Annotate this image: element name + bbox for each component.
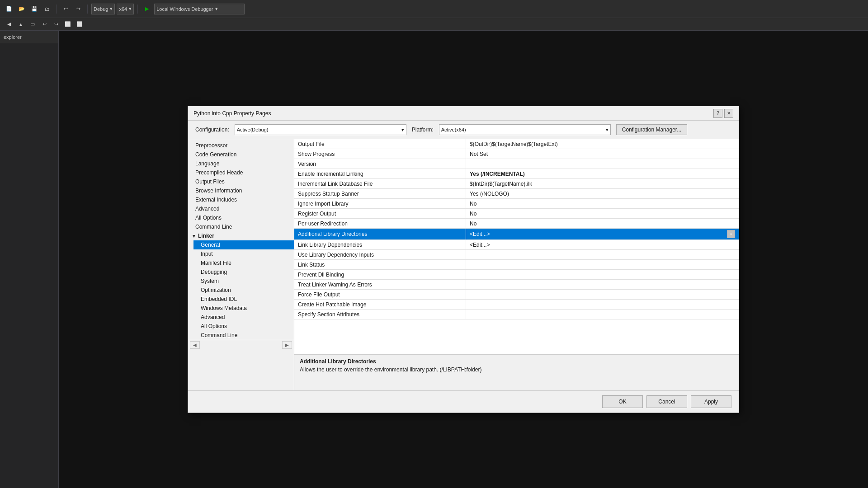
toolbar-undo-btn[interactable]: ↩ [60,4,71,14]
tree-item-language[interactable]: Language [188,159,294,168]
prop-value-force-file [466,290,739,299]
prop-row-ignore-import: Ignore Import Library No [294,199,739,209]
debug-config-dropdown[interactable]: Debug ▾ [91,4,115,14]
tree-item-general[interactable]: General [193,240,294,249]
prop-edit-text: <Edit...> [470,231,490,237]
toolbar2-btn6[interactable]: ⬜ [62,19,73,30]
toolbar-sep3 [137,5,138,14]
prop-name-use-lib-deps: Use Library Dependency Inputs [294,250,466,259]
toolbar2-btn3[interactable]: ▭ [27,19,38,30]
tree-item-advanced-linker[interactable]: Advanced [193,313,294,322]
prop-value-incremental: Yes (/INCREMENTAL) [466,169,739,178]
tree-item-optimization[interactable]: Optimization [193,286,294,295]
tree-item-output-files[interactable]: Output Files [188,177,294,186]
debugger-label: Local Windows Debugger [156,6,213,12]
prop-row-additional-lib-dirs[interactable]: Additional Library Directories <Edit...>… [294,229,739,240]
tree-scroll-arrows: ◀ ▶ [188,340,294,350]
toolbar-save-all-btn[interactable]: 🗂 [42,4,52,14]
tree-item-preprocessor[interactable]: Preprocessor [188,141,294,150]
prop-row-version: Version [294,159,739,169]
toolbar-save-btn[interactable]: 💾 [29,4,40,14]
prop-row-force-file: Force File Output [294,290,739,300]
toolbar-open-btn[interactable]: 📂 [16,4,27,14]
toolbar2-btn2[interactable]: ▲ [15,19,26,30]
platform-label: Platform: [412,127,434,133]
tree-item-command-line-linker[interactable]: Command Line [193,331,294,340]
prop-name-version: Version [294,159,466,169]
prop-name-linker-warnings: Treat Linker Warning As Errors [294,280,466,289]
tree-scroll-left[interactable]: ◀ [190,341,200,349]
prop-row-ilk-file: Incremental Link Database File $(IntDir)… [294,179,739,189]
tree-item-command-line-top[interactable]: Command Line [188,222,294,231]
prop-value-output-file: $(OutDir)$(TargetName)$(TargetExt) [466,139,739,149]
explorer-label: explorer [0,31,58,43]
prop-value-link-status [466,260,739,269]
config-arrow: ▾ [401,127,404,133]
prop-row-hot-patch: Create Hot Patchable Image [294,300,739,310]
tree-item-external-includes[interactable]: External Includes [188,195,294,204]
prop-row-link-lib-deps: Link Library Dependencies <Edit...> [294,240,739,250]
tree-item-precompiled[interactable]: Precompiled Heade [188,168,294,177]
prop-name-ilk-file: Incremental Link Database File [294,179,466,188]
ide-toolbar: 📄 📂 💾 🗂 ↩ ↪ Debug ▾ x64 ▾ ▶ Local Window… [0,0,868,18]
apply-button[interactable]: Apply [691,395,731,408]
prop-value-additional-lib-dirs: <Edit...> ▾ [466,229,739,239]
prop-value-link-lib-deps: <Edit...> [466,240,739,249]
platform-dropdown[interactable]: Active(x64) ▾ [439,124,611,135]
description-title: Additional Library Directories [300,358,733,365]
toolbar2-btn4[interactable]: ↩ [39,19,50,30]
dialog-overlay: Python into Cpp Property Pages ? ✕ Confi… [59,31,868,488]
toolbar-new-btn[interactable]: 📄 [4,4,14,14]
prop-row-show-progress: Show Progress Not Set [294,149,739,159]
ide-toolbar2: ◀ ▲ ▭ ↩ ↪ ⬜ ⬜ [0,18,868,31]
tree-item-manifest-file[interactable]: Manifest File [193,258,294,267]
tree-item-browse-info[interactable]: Browse Information [188,186,294,195]
help-button[interactable]: ? [713,109,722,118]
prop-name-link-status: Link Status [294,260,466,269]
debugger-dropdown[interactable]: Local Windows Debugger ▾ [154,4,245,14]
tree-item-system[interactable]: System [193,277,294,286]
linker-expand-icon: ▼ [192,234,196,239]
tree-item-all-options-linker[interactable]: All Options [193,322,294,331]
prop-name-link-lib-deps: Link Library Dependencies [294,240,466,249]
config-label: Configuration: [195,127,229,133]
close-button[interactable]: ✕ [724,109,733,118]
run-btn[interactable]: ▶ [142,4,152,14]
prop-value-version [466,159,739,169]
prop-value-register-output: No [466,209,739,218]
toolbar2-btn7[interactable]: ⬜ [74,19,85,30]
linker-label: Linker [198,233,214,239]
tree-item-all-options-top[interactable]: All Options [188,213,294,222]
config-manager-button[interactable]: Configuration Manager... [616,124,687,135]
tree-scroll-right[interactable]: ▶ [282,341,292,349]
prop-row-output-file: Output File $(OutDir)$(TargetName)$(Targ… [294,139,739,149]
debug-config-label: Debug [94,6,108,12]
tree-item-embedded-idl[interactable]: Embedded IDL [193,295,294,304]
tree-item-windows-metadata[interactable]: Windows Metadata [193,304,294,313]
description-area: Additional Library Directories Allows th… [294,354,739,390]
prop-row-link-status: Link Status [294,260,739,270]
toolbar2-btn1[interactable]: ◀ [4,19,14,30]
tree-item-advanced-top[interactable]: Advanced [188,204,294,213]
platform-dropdown[interactable]: x64 ▾ [117,4,134,14]
prop-value-ilk-file: $(IntDir)$(TargetName).ilk [466,179,739,188]
linker-children: General Input Manifest File Debugging Sy… [188,240,294,340]
dialog-footer: OK Cancel Apply [188,390,739,413]
tree-item-debugging[interactable]: Debugging [193,267,294,277]
prop-row-use-lib-deps: Use Library Dependency Inputs [294,250,739,260]
tree-item-code-generation[interactable]: Code Generation [188,150,294,159]
prop-value-section-attrs [466,310,739,319]
prop-value-incremental-text: Yes (/INCREMENTAL) [470,171,525,177]
cancel-button[interactable]: Cancel [646,395,687,408]
tree-item-input[interactable]: Input [193,249,294,258]
ok-button[interactable]: OK [602,395,643,408]
prop-name-per-user: Per-user Redirection [294,219,466,228]
prop-dropdown-button[interactable]: ▾ [727,230,735,238]
debug-config-arrow: ▾ [110,6,113,12]
configuration-dropdown[interactable]: Active(Debug) ▾ [235,124,406,135]
dialog-content: Preprocessor Code Generation Language Pr… [188,139,739,390]
prop-row-per-user: Per-user Redirection No [294,219,739,229]
toolbar2-btn5[interactable]: ↪ [51,19,61,30]
tree-section-linker[interactable]: ▼ Linker [188,231,294,240]
toolbar-redo-btn[interactable]: ↪ [73,4,84,14]
